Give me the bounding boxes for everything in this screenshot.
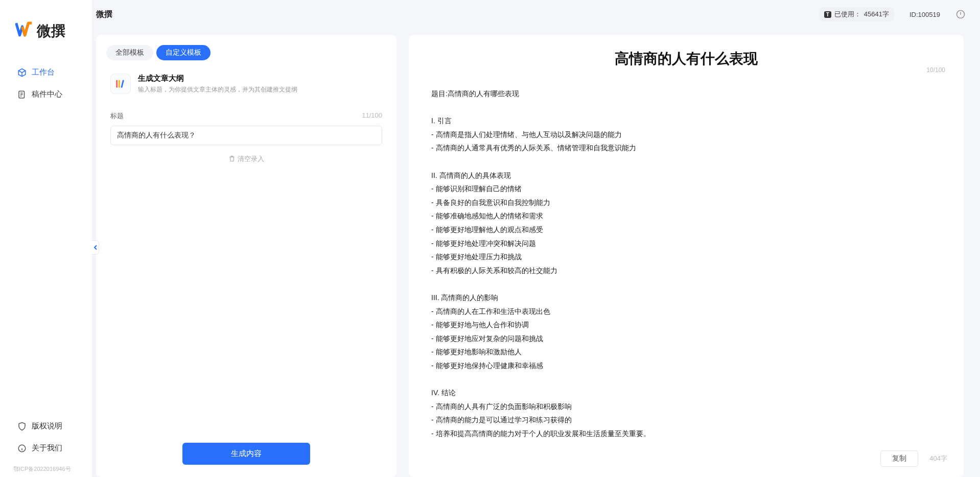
shield-icon [17,422,27,431]
input-panel: 全部模板 自定义模板 生成文章大纲 输入标题，为你提供文章主体的灵感，并为其创建… [96,35,396,477]
info-icon [17,444,27,453]
usage-indicator[interactable]: T 已使用： 45641字 [819,8,894,21]
generate-button[interactable]: 生成内容 [182,443,310,465]
trash-icon [228,155,236,164]
nav-label: 关于我们 [32,443,62,453]
nav-label: 工作台 [32,67,55,77]
nav-item-copyright[interactable]: 版权说明 [10,416,82,436]
usage-label: 已使用： [834,10,861,19]
primary-nav: 工作台 稿件中心 [0,62,92,416]
secondary-nav: 版权说明 关于我们 [0,416,92,465]
template-tabs: 全部模板 自定义模板 [96,45,396,71]
topbar: 微撰 T 已使用： 45641字 ID:100519 [92,0,980,29]
brand-logo: 微撰 [0,20,92,62]
template-desc: 输入标题，为你提供文章主体的灵感，并为其创建推文提纲 [138,85,297,94]
copy-button[interactable]: 复制 [880,450,918,467]
field-label: 标题 [110,111,124,121]
icp-text: 鄂ICP备2022016946号 [0,465,92,477]
page-title: 微撰 [96,9,112,20]
selected-template: 生成文章大纲 输入标题，为你提供文章主体的灵感，并为其创建推文提纲 [96,71,396,106]
doc-icon [17,90,27,99]
nav-item-drafts[interactable]: 稿件中心 [10,84,82,104]
usage-value: 45641字 [864,10,889,19]
power-icon[interactable] [955,9,966,19]
clear-input-button[interactable]: 清空录入 [96,145,396,173]
title-input[interactable] [110,126,382,145]
brand-name: 微撰 [37,21,65,41]
word-count: 404字 [929,454,947,463]
clear-label: 清空录入 [238,154,264,164]
field-char-count: 11/100 [362,111,382,121]
sidebar-collapse-handle[interactable] [92,240,99,255]
logo-mark-icon [15,20,33,42]
title-char-count: 10/100 [926,66,945,74]
nav-label: 稿件中心 [32,89,62,99]
nav-item-about[interactable]: 关于我们 [10,438,82,458]
template-icon [110,74,131,94]
nav-label: 版权说明 [32,421,62,431]
cube-icon [17,68,27,77]
tab-all-templates[interactable]: 全部模板 [106,45,153,60]
document-title[interactable]: 高情商的人有什么表现 [429,49,943,69]
user-id: ID:100519 [909,11,940,18]
sidebar: 微撰 工作台 稿件中心 版权说明 [0,0,92,477]
output-panel: 高情商的人有什么表现 10/100 题目:高情商的人有哪些表现 I. 引言 - … [409,35,964,477]
tab-custom-templates[interactable]: 自定义模板 [156,45,211,60]
template-title: 生成文章大纲 [138,74,297,83]
nav-item-workspace[interactable]: 工作台 [10,62,82,82]
usage-badge-icon: T [824,11,831,18]
document-body[interactable]: 题目:高情商的人有哪些表现 I. 引言 - 高情商是指人们处理情绪、与他人互动以… [409,69,964,440]
